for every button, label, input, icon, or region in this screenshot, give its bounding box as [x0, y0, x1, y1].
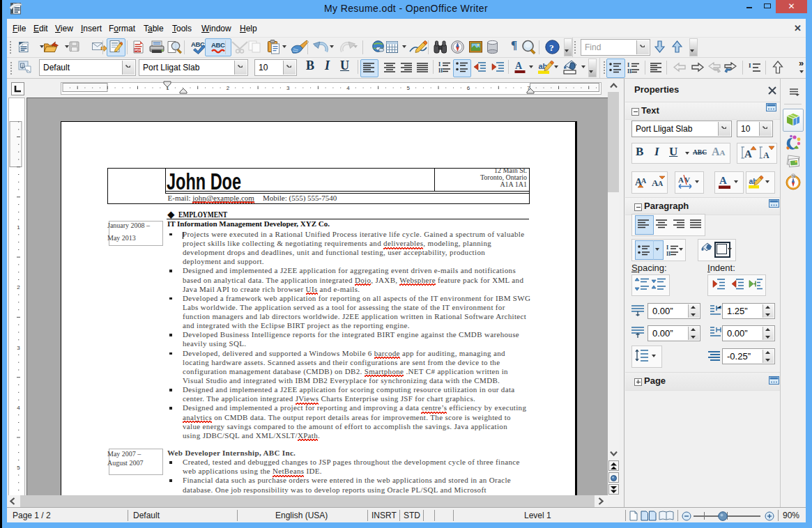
svg-text:A: A: [515, 61, 523, 71]
svg-text:N: N: [792, 174, 795, 178]
svg-text:6: 6: [467, 85, 470, 91]
svg-text:II: II: [627, 68, 631, 74]
svg-text:?: ?: [549, 42, 554, 53]
svg-text:PDF: PDF: [135, 49, 141, 52]
svg-text:A: A: [678, 176, 684, 184]
svg-text:II: II: [666, 251, 671, 256]
svg-text:2: 2: [17, 284, 20, 290]
svg-text:I: I: [438, 61, 441, 68]
svg-text:A: A: [641, 177, 647, 185]
svg-text:5: 5: [407, 85, 411, 91]
svg-text:A: A: [658, 180, 664, 187]
svg-text:4: 4: [17, 405, 20, 411]
svg-text:II: II: [438, 68, 443, 73]
svg-text:3: 3: [17, 345, 20, 351]
svg-text:I: I: [666, 244, 668, 251]
svg-text:2: 2: [227, 85, 230, 91]
svg-text:I: I: [749, 62, 751, 69]
svg-text:5: 5: [17, 465, 20, 471]
svg-text:A: A: [719, 175, 727, 186]
svg-text:3: 3: [286, 85, 290, 91]
svg-text:4: 4: [346, 85, 350, 91]
svg-text:A: A: [763, 150, 769, 160]
svg-text:I: I: [627, 62, 629, 68]
svg-text:1: 1: [17, 224, 20, 231]
svg-text:ABC: ABC: [211, 41, 225, 49]
svg-text:A: A: [744, 148, 752, 160]
